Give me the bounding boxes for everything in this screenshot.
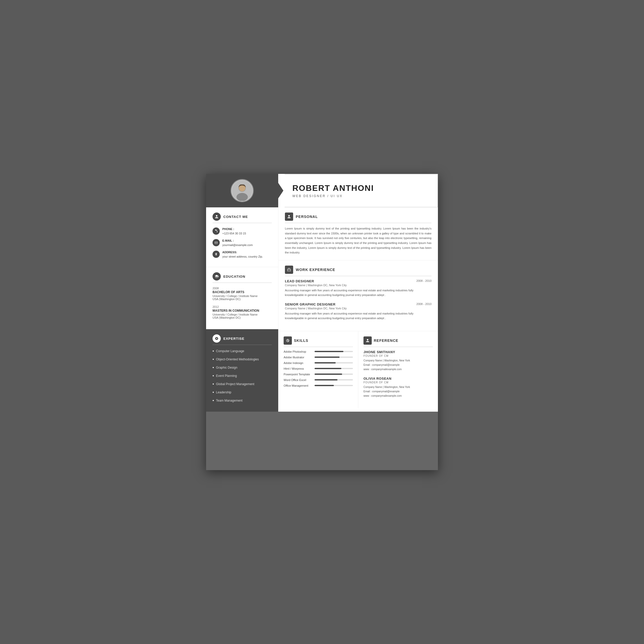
personal-section: PERSONAL Lorem Ipsum is simply dummy tex… (278, 207, 438, 260)
email-icon (213, 239, 220, 246)
contact-email-item: E-MAIL : yourmail@example.com (213, 239, 272, 247)
phone-icon (213, 227, 220, 235)
ref-www-1: www : companymailexample.com (363, 394, 433, 398)
work-item-2-title: SENIOR GRAPHIC DESIGNER (285, 302, 335, 306)
skill-bar-fill-5 (315, 379, 337, 380)
edu-year-2: 2012 (213, 305, 272, 308)
ref-email-1: Email : companymail@example (363, 389, 433, 394)
reference-icon (363, 336, 372, 345)
contact-address-item: ADDRESS: your street address, country Zi… (213, 250, 272, 259)
skill-name-5: Word Office Excel (284, 378, 312, 382)
skill-bar-fill-4 (315, 374, 342, 375)
contact-title: CONTACT ME (223, 215, 248, 219)
expertise-header: EXPERTISE (213, 334, 272, 345)
svg-point-13 (288, 215, 290, 217)
svg-point-18 (367, 339, 368, 341)
skill-name-3: Html / Worpress (284, 367, 312, 370)
expertise-title: EXPERTISE (223, 337, 244, 341)
header-right: ROBERT ANTHONI WEB DESIGNER / UI UX (285, 174, 438, 207)
contact-address-text: ADDRESS: your street address, country Zi… (222, 250, 263, 259)
contact-header: CONTACT ME (213, 213, 272, 223)
ref-company-1: Company Name | Washington, New York (363, 385, 433, 389)
edu-degree-1: BACHELOR OF ARTS (213, 290, 272, 294)
ref-item-0: JHONE SMITHANY FOUNDER OF CM Company Nam… (363, 350, 433, 371)
expertise-section: EXPERTISE Computer Language Object-Orien… (206, 329, 278, 412)
work-item-2-dates: 2008 - 2010 (416, 302, 431, 306)
skill-bar-bg-3 (315, 368, 353, 369)
reference-title: REFERENCE (374, 338, 398, 343)
skill-item-1: Adobe Illustrator (284, 356, 353, 359)
work-item-2-company: Company Name | Washington DC, New York C… (285, 307, 431, 310)
education-title: EDUCATION (223, 275, 245, 278)
svg-point-6 (216, 254, 217, 255)
edu-item-2: 2012 MASTERS IN COMMUNICATION University… (213, 305, 272, 319)
skill-item-4: Powerpoint Template (284, 373, 353, 376)
edu-school-2: University / College / Institute Name (213, 313, 272, 316)
svg-point-2 (236, 193, 248, 201)
ref-email-0: Email : companymail@example (363, 363, 433, 367)
skills-icon (284, 336, 292, 345)
skill-bar-bg-2 (315, 362, 353, 363)
skill-bar-fill-6 (315, 385, 334, 386)
edu-location-2: USA (Washington DC) (213, 316, 272, 319)
work-item-1-company: Company Name | Washington DC, New York C… (285, 284, 431, 287)
education-section: EDUCATION 2008 BACHELOR OF ARTS Universi… (206, 267, 278, 329)
ref-company-0: Company Name | Washington, New York (363, 358, 433, 363)
contact-phone-text: PHONE : +123 654 30 33 15 (222, 227, 246, 235)
work-item-2-header: SENIOR GRAPHIC DESIGNER 2008 - 2010 (285, 302, 431, 306)
contact-icon (213, 213, 221, 221)
main-content: PERSONAL Lorem Ipsum is simply dummy tex… (278, 207, 438, 412)
contact-section: CONTACT ME PHONE : +123 654 30 33 15 (206, 207, 278, 267)
education-icon (213, 272, 221, 281)
resume: ROBERT ANTHONI WEB DESIGNER / UI UX (206, 174, 438, 412)
skill-name-0: Adobe Photoshop (284, 350, 312, 353)
expertise-list: Computer Language Object-Oriented Method… (213, 349, 272, 403)
svg-marker-7 (215, 275, 218, 277)
expertise-item: Event Planning (213, 374, 272, 378)
expertise-item: Team Management (213, 398, 272, 403)
ref-role-0: FOUNDER OF CM (363, 354, 433, 357)
skill-bar-fill-3 (315, 368, 341, 369)
skill-bar-fill-2 (315, 362, 336, 363)
sidebar: CONTACT ME PHONE : +123 654 30 33 15 (206, 207, 278, 412)
ref-role-1: FOUNDER OF CM (363, 381, 433, 384)
skill-item-5: Word Office Excel (284, 378, 353, 382)
candidate-title: WEB DESIGNER / UI UX (292, 194, 430, 198)
work-experience-section: WORK EXPERIENCE LEAD DESIGNER 2008 - 201… (278, 260, 438, 331)
work-item-2-desc: Accounting manager with five years of ac… (285, 311, 431, 320)
personal-icon (285, 213, 293, 221)
edu-degree-2: MASTERS IN COMMUNICATION (213, 309, 272, 312)
skills-section: SKILLS Adobe Photoshop Adobe Illustrator (278, 331, 358, 408)
work-item-2: SENIOR GRAPHIC DESIGNER 2008 - 2010 Comp… (285, 302, 431, 320)
contact-phone-item: PHONE : +123 654 30 33 15 (213, 227, 272, 235)
skill-name-1: Adobe Illustrator (284, 356, 312, 359)
body: CONTACT ME PHONE : +123 654 30 33 15 (206, 207, 438, 412)
skill-bar-bg-1 (315, 357, 353, 358)
expertise-item: Computer Language (213, 349, 272, 353)
work-item-1-header: LEAD DESIGNER 2008 - 2010 (285, 279, 431, 283)
ref-item-1: OLIVIA ROSEAN FOUNDER OF CM Company Name… (363, 377, 433, 398)
skill-name-4: Powerpoint Template (284, 373, 312, 376)
edu-year-1: 2008 (213, 287, 272, 290)
svg-point-12 (216, 338, 217, 339)
expertise-item: Object-Oriented Methodologies (213, 357, 272, 362)
work-icon (285, 266, 293, 274)
skill-item-6: Office Management (284, 384, 353, 387)
reference-section: REFERENCE JHONE SMITHANY FOUNDER OF CM C… (358, 331, 438, 408)
avatar (231, 179, 254, 202)
personal-title: PERSONAL (296, 215, 318, 219)
work-item-1: LEAD DESIGNER 2008 - 2010 Company Name |… (285, 279, 431, 297)
svg-point-4 (216, 215, 217, 217)
expertise-item: Leadership (213, 390, 272, 395)
personal-text: Lorem Ipsum is simply dummy text of the … (285, 226, 431, 255)
work-item-1-dates: 2008 - 2010 (416, 279, 431, 282)
reference-header: REFERENCE (363, 336, 433, 347)
candidate-name: ROBERT ANTHONI (292, 183, 430, 193)
ref-www-0: www : companymailexample.com (363, 367, 433, 371)
skill-bar-fill-1 (315, 357, 340, 358)
skills-header: SKILLS (284, 336, 353, 347)
skill-item-3: Html / Worpress (284, 367, 353, 370)
personal-header: PERSONAL (285, 213, 431, 223)
work-title-label: WORK EXPERIENCE (296, 268, 335, 272)
skill-item-0: Adobe Photoshop (284, 350, 353, 353)
